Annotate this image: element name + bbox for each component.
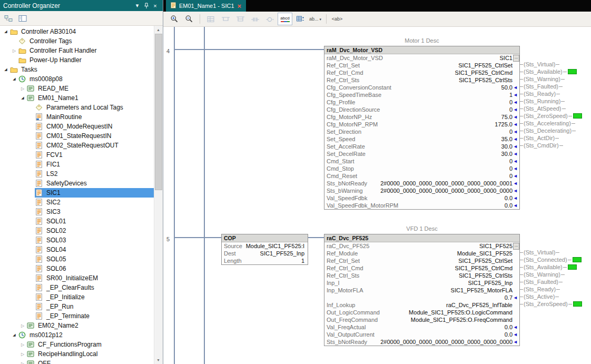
tree-item-em02-name2[interactable]: ▷EM02_Name2 xyxy=(0,321,154,330)
new-branch-level-icon[interactable] xyxy=(233,13,247,25)
browse-button[interactable]: ... xyxy=(513,243,519,250)
tree-item-content[interactable]: ms0008p08 xyxy=(18,74,154,84)
tree-item-content[interactable]: CF_FunctionsProgram xyxy=(26,340,154,349)
cop-block[interactable]: COPSourceModule_SIC1_PF525:IDestSIC1_PF5… xyxy=(221,234,308,265)
tree-item-content[interactable]: FCV1 xyxy=(35,150,154,160)
tree-item-content[interactable]: FIC1 xyxy=(35,160,154,169)
ladder-canvas[interactable]: 4 5 Motor 1 DescraM_Dvc_Motor_VSDraM_Dvc… xyxy=(163,27,591,364)
tree-item-sic3[interactable]: SIC3 xyxy=(0,207,154,217)
param-value[interactable]: 2#0000_0000_0000_0000_0000_0000_0000_000… xyxy=(380,187,513,194)
param-value[interactable]: Module_SIC1_PF525 xyxy=(457,250,513,257)
tree-collapsed-icon[interactable]: ▷ xyxy=(19,342,26,347)
tree-item-content[interactable]: SR00_InitializeEM xyxy=(35,273,154,283)
browse-button[interactable]: ... xyxy=(513,55,519,62)
tree-item-content[interactable]: CM01_StateRequestIN xyxy=(35,131,154,141)
tree-item-content[interactable]: READ_ME xyxy=(26,84,154,93)
scroll-down-icon[interactable]: ▾ xyxy=(154,356,162,364)
param-value[interactable]: 30.0 xyxy=(501,150,513,158)
tree-item-content[interactable]: CM02_StateRequestOUT xyxy=(35,141,154,150)
tree-item-content[interactable]: SOL03 xyxy=(35,235,154,245)
tree-item-tasks[interactable]: ◢Tasks xyxy=(0,65,154,74)
tree-item-content[interactable]: _EP_Run xyxy=(35,302,154,311)
tree-item-controller-tags[interactable]: Controller Tags xyxy=(0,36,154,46)
tree-item-sr00-initializeem[interactable]: SR00_InitializeEM xyxy=(0,273,154,283)
tree-item-content[interactable]: Controller Tags xyxy=(18,36,154,46)
tree-item-ep-clearfaults[interactable]: _EP_ClearFaults xyxy=(0,283,154,292)
tree-item-ms0008p08[interactable]: ◢ms0008p08 xyxy=(0,74,154,84)
tree-item-content[interactable]: EM01_Name1 xyxy=(26,93,154,103)
tree-expanded-icon[interactable]: ◢ xyxy=(19,96,26,100)
tag-format-button[interactable]: <ab> xyxy=(330,13,344,25)
pin-icon[interactable] xyxy=(142,3,151,9)
tree-item-sol04[interactable]: SOL04 xyxy=(0,245,154,254)
tree-item-content[interactable]: SOL05 xyxy=(35,254,154,264)
tree-expanded-icon[interactable]: ◢ xyxy=(2,67,9,72)
param-value[interactable]: 0.0 xyxy=(505,323,513,331)
tree-item-content[interactable]: MainRoutine xyxy=(35,112,154,122)
tree-item-sol02[interactable]: SOL02 xyxy=(0,226,154,235)
address-grid-icon[interactable] xyxy=(293,13,307,25)
tree-item-content[interactable]: CM00_ModeRequestIN xyxy=(35,122,154,131)
scroll-up-icon[interactable]: ▴ xyxy=(154,26,162,34)
param-value[interactable]: SIC1 xyxy=(500,54,513,62)
rung-number-4[interactable]: 4 xyxy=(166,48,170,54)
display-options-dropdown[interactable]: ab... ▾ xyxy=(308,13,322,25)
param-value[interactable]: 35.0 xyxy=(501,135,513,143)
tree-collapsed-icon[interactable]: ▷ xyxy=(19,323,26,328)
tree-item-controller-fault-handler[interactable]: ▷Controller Fault Handler xyxy=(0,46,154,55)
tree-item-cm00-moderequestin[interactable]: CM00_ModeRequestIN xyxy=(0,122,154,131)
organizer-views-icon[interactable] xyxy=(3,13,14,24)
tree-item-safetydevices[interactable]: SafetyDevices xyxy=(0,179,154,188)
tree-item-content[interactable]: SOL04 xyxy=(35,245,154,254)
tree-item-content[interactable]: Power-Up Handler xyxy=(18,55,154,65)
param-value[interactable]: 75.0 xyxy=(501,113,513,121)
tree-item-sol01[interactable]: SOL01 xyxy=(0,217,154,226)
tree-item-content[interactable]: SIC3 xyxy=(35,207,154,217)
tree-item-off[interactable]: ▷OFF xyxy=(0,359,154,364)
tree-item-content[interactable]: SafetyDevices xyxy=(35,179,154,188)
tree-item-cm02-staterequestout[interactable]: CM02_StateRequestOUT xyxy=(0,141,154,150)
motor-vsd-block[interactable]: Motor 1 DescraM_Dvc_Motor_VSDraM_Dvc_Mot… xyxy=(324,46,520,210)
tree-item-read-me[interactable]: ▷READ_ME xyxy=(0,84,154,93)
zoom-out-icon[interactable] xyxy=(182,13,196,25)
param-value[interactable]: SIC1_PF525_CtrlCmd xyxy=(455,69,513,76)
tree-item-parameters-and-local-tags[interactable]: Parameters and Local Tags xyxy=(0,103,154,112)
tree-item-ep-run[interactable]: _EP_Run xyxy=(0,302,154,311)
tree-item-content[interactable]: SIC2 xyxy=(35,198,154,207)
param-value[interactable]: raC_Dvc_PF525_InfTable xyxy=(446,301,513,309)
tree-item-content[interactable]: _EP_Terminate xyxy=(35,311,154,321)
param-value[interactable]: 0.7 xyxy=(505,294,513,301)
tree-item-content[interactable]: Parameters and Local Tags xyxy=(35,103,154,112)
fit-view-icon[interactable] xyxy=(204,13,218,25)
coil-tool-icon[interactable] xyxy=(263,13,277,25)
param-value[interactable]: 0.0 xyxy=(505,194,513,202)
param-value[interactable]: 0.0 xyxy=(505,331,513,338)
tree-item-ms0012p12[interactable]: ◢ms0012p12 xyxy=(0,330,154,340)
tree-item-content[interactable]: LS2 xyxy=(35,169,154,179)
tree-item-content[interactable]: SIC1 xyxy=(35,188,154,198)
param-value[interactable]: 2#0000_0000_0000_0000_0000_0000_0000_000… xyxy=(380,338,513,346)
tree-item-controller-ab30104[interactable]: ◢Controller AB30104 xyxy=(0,27,154,36)
tree-item-content[interactable]: _EP_ClearFaults xyxy=(35,283,154,292)
tree-item-content[interactable]: Controller Fault Handler xyxy=(18,46,154,55)
tree-item-ep-terminate[interactable]: _EP_Terminate xyxy=(0,311,154,321)
param-value[interactable]: SIC1_PF525_MotorFLA xyxy=(451,287,513,294)
param-value[interactable]: SIC1_PF525_Inp xyxy=(260,250,304,257)
tree-item-fcv1[interactable]: FCV1 xyxy=(0,150,154,160)
tree-collapsed-icon[interactable]: ▷ xyxy=(11,48,18,53)
tree-item-sol05[interactable]: SOL05 xyxy=(0,254,154,264)
tree-item-ls2[interactable]: LS2 xyxy=(0,169,154,179)
new-branch-icon[interactable] xyxy=(219,13,232,25)
param-value[interactable]: SIC1_PF525_CtrlSts xyxy=(459,272,513,279)
tree-collapsed-icon[interactable]: ▷ xyxy=(19,86,26,91)
tree-item-mainroutine[interactable]: MainRoutine xyxy=(0,112,154,122)
tree-expanded-icon[interactable]: ◢ xyxy=(11,333,18,337)
param-value[interactable]: Module_SIC1_PF525:I xyxy=(246,242,304,250)
param-value[interactable]: SIC1_PF525 xyxy=(479,242,513,250)
tree-item-content[interactable]: RecipeHandlingLocal xyxy=(26,349,154,359)
param-value[interactable]: 1725.0 xyxy=(495,121,513,128)
tree-item-em01-name1[interactable]: ◢EM01_Name1 xyxy=(0,93,154,103)
tree-item-content[interactable]: SOL02 xyxy=(35,226,154,235)
tree-item-content[interactable]: ms0012p12 xyxy=(18,330,154,340)
param-value[interactable]: 50.0 xyxy=(501,84,513,91)
